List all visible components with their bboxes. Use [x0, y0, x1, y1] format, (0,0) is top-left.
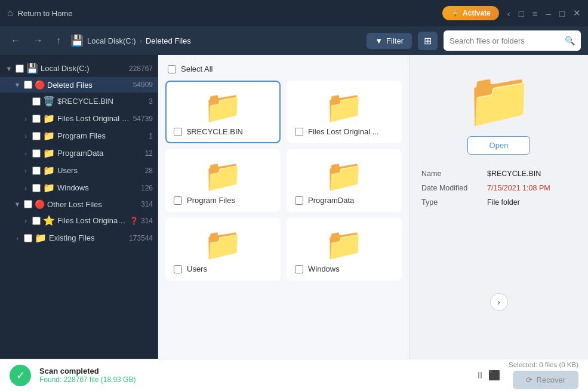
select-all-checkbox[interactable] [168, 65, 176, 73]
folder-cb-files-lost[interactable] [295, 128, 303, 136]
folder-cb-program-files[interactable] [174, 196, 182, 205]
folder-label-recycle-bin: $RECYCLE.BIN [187, 127, 243, 136]
sidebar-label-local-disk: Local Disk(C:) [41, 64, 127, 73]
bookmark-icon[interactable]: □ [519, 8, 524, 19]
sidebar-cb-windows[interactable] [32, 184, 41, 192]
sidebar-count-existing-files: 173544 [129, 234, 153, 242]
sidebar-label-existing-files: Existing Files [49, 233, 127, 242]
folder-icon-large: 📁 [204, 229, 242, 260]
recover-button[interactable]: ⟳ Recover [513, 371, 578, 389]
up-button[interactable]: ↑ [53, 33, 64, 48]
sidebar-cb-existing-files[interactable] [24, 234, 32, 242]
lock-icon: 🔒 [451, 9, 460, 17]
folder-icon: 📁 [43, 147, 55, 159]
minimize-button[interactable]: – [546, 8, 551, 19]
sidebar-item-program-data[interactable]: › 📁 ProgramData 12 [0, 144, 158, 162]
sidebar-count-files-lost: 54739 [133, 115, 153, 123]
help-icon[interactable]: ❓ [130, 217, 138, 225]
forward-button[interactable]: → [30, 33, 47, 48]
sidebar-label-program-data: ProgramData [57, 149, 143, 158]
file-area: Select All 📁 $RECYCLE.BIN 📁 Files Lost O… [158, 55, 409, 359]
folder-cb-program-data[interactable] [295, 196, 303, 205]
detail-name-label: Name [419, 167, 485, 181]
sidebar-item-existing-files[interactable]: › 📁 Existing Files 173544 [0, 229, 158, 247]
sidebar-cb-users[interactable] [32, 167, 41, 175]
sidebar-item-local-disk[interactable]: ▼ 💾 Local Disk(C:) 228767 [0, 60, 158, 77]
titlebar-right: 🔒 Activate ‹ □ ≡ – □ ✕ [442, 6, 581, 20]
folder-cb-recycle-bin[interactable] [174, 128, 182, 136]
view-toggle-button[interactable]: ⊞ [418, 32, 438, 50]
toggle-icon: › [21, 133, 30, 140]
search-input[interactable] [450, 36, 561, 45]
search-icon[interactable]: 🔍 [565, 36, 575, 45]
detail-date-label: Date Modified [419, 181, 485, 195]
folder-cb-windows[interactable] [295, 265, 303, 273]
sidebar-cb-files-lost-star[interactable] [32, 217, 41, 225]
sidebar-cb-files-lost[interactable] [32, 115, 41, 123]
close-button[interactable]: ✕ [573, 8, 581, 19]
detail-row-type: Type File folder [419, 195, 578, 210]
filter-button[interactable]: ▼ Filter [367, 33, 412, 49]
breadcrumb: 💾 Local Disk(C:) › Deleted Files [70, 34, 361, 47]
folder-label-users: Users [187, 264, 207, 273]
folder-card-program-data[interactable]: 📁 ProgramData [287, 149, 402, 212]
toggle-icon: › [21, 217, 30, 224]
folder-card-files-lost[interactable]: 📁 Files Lost Original ... [287, 81, 402, 143]
sidebar-cb-local-disk[interactable] [16, 64, 24, 73]
back-icon[interactable]: ‹ [507, 8, 510, 19]
sidebar-count-deleted-files: 54909 [133, 81, 153, 89]
folder-cb-users[interactable] [174, 265, 182, 273]
home-icon: ⌂ [7, 8, 13, 19]
folder-card-program-files[interactable]: 📁 Program Files [165, 149, 281, 212]
sidebar-cb-program-files[interactable] [32, 132, 41, 140]
breadcrumb-current: Deleted Files [146, 36, 191, 45]
detail-date-value: 7/15/2021 1:08 PM [485, 181, 578, 195]
open-button[interactable]: Open [467, 136, 531, 155]
folder-card-users[interactable]: 📁 Users [165, 218, 281, 281]
pause-icon[interactable]: ⏸ [475, 370, 485, 381]
sidebar-cb-other-lost[interactable] [24, 200, 32, 208]
select-all-label: Select All [181, 64, 213, 73]
sidebar-item-files-lost-star[interactable]: › ⭐ Files Lost Original ... ❓ 314 [0, 212, 158, 229]
folder-card-windows[interactable]: 📁 Windows [287, 218, 402, 281]
activate-button[interactable]: 🔒 Activate [442, 6, 499, 20]
maximize-button[interactable]: □ [559, 8, 565, 19]
other-lost-icon: 🔴 [35, 199, 45, 209]
sidebar-item-recycle-bin[interactable]: 🗑️ $RECYCLE.BIN 3 [0, 93, 158, 110]
sidebar-count-program-data: 12 [145, 149, 153, 158]
card-row: Windows [295, 264, 393, 273]
sidebar-label-files-lost-star: Files Lost Original ... [57, 216, 127, 225]
sidebar-cb-deleted-files[interactable] [24, 81, 32, 89]
stop-icon[interactable]: ⬛ [488, 370, 500, 381]
sidebar-cb-recycle-bin[interactable] [32, 97, 41, 106]
toggle-icon: › [21, 115, 30, 122]
deleted-files-icon: 🔴 [35, 80, 45, 90]
sidebar-label-recycle-bin: $RECYCLE.BIN [57, 97, 146, 106]
folder-label-files-lost: Files Lost Original ... [308, 127, 379, 136]
folders-grid: 📁 $RECYCLE.BIN 📁 Files Lost Original ...… [165, 81, 402, 281]
sidebar-item-other-lost-files[interactable]: ▼ 🔴 Other Lost Files 314 [0, 196, 158, 212]
back-button[interactable]: ← [7, 33, 24, 48]
sidebar-item-files-lost-original[interactable]: › 📁 Files Lost Original Di... 54739 [0, 110, 158, 127]
folder-icon: 📁 [43, 130, 55, 141]
folder-icon-large: 📁 [325, 229, 364, 260]
folder-icon-large: 📁 [325, 160, 364, 191]
sidebar-item-users[interactable]: › 📁 Users 28 [0, 162, 158, 179]
sidebar-item-program-files[interactable]: › 📁 Program Files 1 [0, 127, 158, 144]
detail-row-date: Date Modified 7/15/2021 1:08 PM [419, 181, 578, 195]
recycle-bin-icon: 🗑️ [43, 96, 55, 107]
breadcrumb-disk[interactable]: Local Disk(C:) [87, 36, 136, 45]
folder-icon-large: 📁 [204, 91, 242, 122]
sidebar-item-windows[interactable]: › 📁 Windows 126 [0, 179, 158, 196]
folder-icon: 📁 [43, 113, 55, 124]
return-home-link[interactable]: Return to Home [18, 9, 73, 18]
menu-icon[interactable]: ≡ [532, 8, 538, 19]
detail-scroll-button[interactable]: › [490, 293, 508, 311]
main-layout: ▼ 💾 Local Disk(C:) 228767 ▼ 🔴 Deleted Fi… [0, 55, 588, 359]
sidebar-cb-program-data[interactable] [32, 149, 41, 158]
folder-label-program-files: Program Files [187, 196, 235, 205]
folder-icon-large: 📁 [325, 91, 364, 122]
folder-card-recycle-bin[interactable]: 📁 $RECYCLE.BIN [165, 81, 281, 143]
sidebar-item-deleted-files[interactable]: ▼ 🔴 Deleted Files 54909 [0, 77, 158, 93]
scan-title: Scan completed [39, 367, 467, 375]
